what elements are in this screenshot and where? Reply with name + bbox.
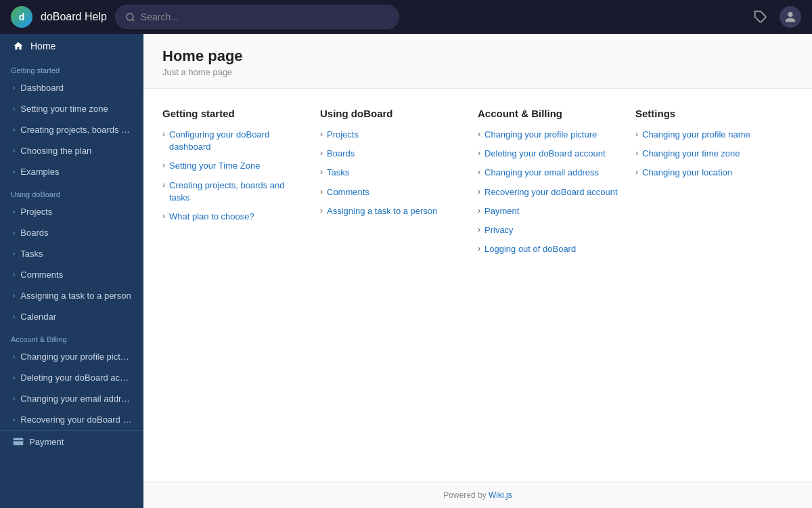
bullet-icon: › — [320, 148, 323, 158]
search-input[interactable] — [141, 12, 389, 22]
sidebar-item-changing-profile-picture[interactable]: › Changing your profile picture — [0, 346, 143, 367]
link-logging-out[interactable]: Logging out of doBoard — [484, 243, 576, 255]
list-item: › Changing your email address — [478, 167, 622, 179]
sidebar-item-tasks[interactable]: › Tasks — [0, 243, 143, 264]
link-recovering-account[interactable]: Recovering your doBoard account — [484, 186, 618, 198]
bullet-icon: › — [162, 129, 165, 139]
account-icon[interactable] — [780, 6, 801, 28]
sidebar-item-examples[interactable]: › Examples — [0, 161, 143, 182]
sidebar-item-calendar[interactable]: › Calendar — [0, 306, 143, 327]
column-using-doboard: Using doBoard › Projects › Boards › Task… — [320, 108, 478, 288]
search-bar[interactable] — [115, 5, 399, 29]
payment-icon — [13, 436, 24, 447]
sidebar-item-creating-projects[interactable]: › Creating projects, boards and ... — [0, 119, 143, 140]
link-configuring-dashboard[interactable]: Configuring your doBoard dashboard — [169, 129, 307, 153]
list-item: › Setting your Time Zone — [162, 160, 307, 172]
sidebar-item-choosing-plan[interactable]: › Choosing the plan — [0, 140, 143, 161]
sidebar-item-label: Examples — [20, 167, 59, 177]
main-content: Home page Just a home page Getting start… — [143, 34, 812, 508]
link-changing-location[interactable]: Changing your location — [642, 167, 732, 179]
list-item: › Creating projects, boards and tasks — [162, 179, 307, 204]
bullet-icon: › — [635, 148, 638, 158]
sidebar-item-label: Changing your email address — [20, 394, 133, 404]
footer-text: Powered by — [443, 490, 489, 500]
link-changing-profile-picture[interactable]: Changing your profile picture — [484, 129, 597, 141]
bullet-icon: › — [478, 244, 480, 253]
sidebar-item-deleting-account[interactable]: › Deleting your doBoard account — [0, 367, 143, 388]
footer: Powered by Wiki.js — [143, 482, 812, 508]
chevron-icon: › — [13, 126, 15, 133]
sidebar-section-account-billing: Account & Billing — [0, 327, 143, 346]
svg-rect-3 — [14, 438, 24, 446]
tag-icon[interactable] — [750, 6, 771, 28]
sidebar-item-label: Tasks — [20, 249, 43, 259]
link-changing-email[interactable]: Changing your email address — [484, 167, 599, 179]
sidebar-item-comments[interactable]: › Comments — [0, 264, 143, 285]
chevron-icon: › — [13, 271, 15, 278]
chevron-icon: › — [13, 313, 15, 320]
link-comments[interactable]: Comments — [327, 186, 369, 198]
column-title-using-doboard: Using doBoard — [320, 108, 464, 119]
sidebar-item-label: Dashboard — [20, 83, 64, 93]
bullet-icon: › — [320, 206, 323, 215]
bullet-icon: › — [320, 187, 323, 196]
column-title-settings: Settings — [635, 108, 793, 119]
list-item: › Configuring your doBoard dashboard — [162, 129, 307, 153]
bullet-icon: › — [478, 225, 480, 234]
link-tasks[interactable]: Tasks — [327, 167, 349, 179]
link-setting-time-zone[interactable]: Setting your Time Zone — [169, 160, 260, 172]
bullet-icon: › — [478, 167, 480, 177]
bullet-icon: › — [478, 187, 480, 196]
sidebar-item-assigning-task[interactable]: › Assigning a task to a person — [0, 285, 143, 306]
link-boards[interactable]: Boards — [327, 148, 355, 160]
chevron-icon: › — [13, 353, 15, 360]
column-account-billing: Account & Billing › Changing your profil… — [478, 108, 635, 288]
link-creating-projects[interactable]: Creating projects, boards and tasks — [169, 179, 307, 204]
bullet-icon: › — [635, 129, 638, 139]
list-item: › Deleting your doBoard account — [478, 148, 622, 160]
chevron-icon: › — [13, 395, 15, 402]
sidebar-item-changing-email[interactable]: › Changing your email address — [0, 388, 143, 409]
column-settings: Settings › Changing your profile name › … — [635, 108, 793, 288]
sidebar-home-label: Home — [30, 41, 55, 51]
link-payment[interactable]: Payment — [484, 205, 519, 217]
chevron-icon: › — [13, 229, 15, 236]
sidebar-item-label: Recovering your doBoard acc... — [20, 415, 133, 425]
bullet-icon: › — [320, 167, 323, 177]
link-assigning-task[interactable]: Assigning a task to a person — [327, 205, 437, 217]
list-item: › Tasks — [320, 167, 464, 179]
sidebar-item-boards[interactable]: › Boards — [0, 222, 143, 243]
link-changing-profile-name[interactable]: Changing your profile name — [642, 129, 750, 141]
link-deleting-account[interactable]: Deleting your doBoard account — [484, 148, 606, 160]
sidebar-item-label: Creating projects, boards and ... — [20, 125, 133, 135]
chevron-icon: › — [13, 84, 15, 91]
sidebar-item-label: Setting your time zone — [20, 104, 108, 114]
bullet-icon: › — [635, 167, 638, 177]
sidebar-item-projects[interactable]: › Projects — [0, 201, 143, 222]
logo: d — [11, 6, 32, 28]
list-item: › What plan to choose? — [162, 211, 307, 223]
chevron-icon: › — [13, 105, 15, 112]
link-changing-time-zone[interactable]: Changing your time zone — [642, 148, 740, 160]
sidebar-item-label: Payment — [29, 437, 64, 447]
bullet-icon: › — [320, 129, 323, 139]
column-links-using-doboard: › Projects › Boards › Tasks › Comments — [320, 129, 464, 217]
list-item: › Changing your profile name — [635, 129, 793, 141]
column-links-getting-started: › Configuring your doBoard dashboard › S… — [162, 129, 307, 223]
sidebar-item-dashboard[interactable]: › Dashboard — [0, 77, 143, 98]
link-what-plan[interactable]: What plan to choose? — [169, 211, 254, 223]
column-links-settings: › Changing your profile name › Changing … — [635, 129, 793, 179]
link-privacy[interactable]: Privacy — [484, 224, 514, 236]
sidebar-item-payment[interactable]: Payment — [0, 430, 143, 452]
sidebar-item-setting-time-zone[interactable]: › Setting your time zone — [0, 98, 143, 119]
chevron-icon: › — [13, 147, 15, 154]
footer-link[interactable]: Wiki.js — [489, 490, 512, 500]
sidebar-section-getting-started: Getting started — [0, 58, 143, 77]
chevron-icon: › — [13, 292, 15, 299]
list-item: › Projects — [320, 129, 464, 141]
sidebar-home[interactable]: Home — [0, 34, 143, 58]
bullet-icon: › — [478, 206, 480, 215]
chevron-icon: › — [13, 208, 15, 215]
sidebar-item-recovering-account[interactable]: › Recovering your doBoard acc... — [0, 409, 143, 430]
link-projects[interactable]: Projects — [327, 129, 359, 141]
